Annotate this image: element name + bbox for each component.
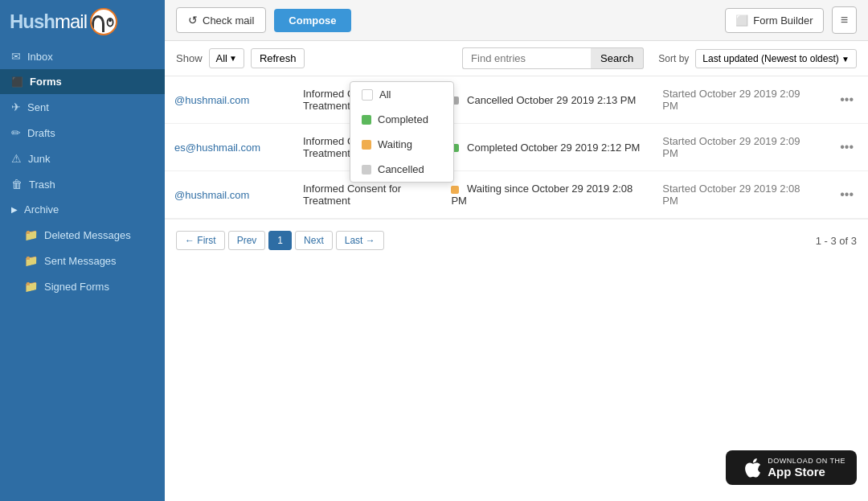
sidebar-label-signed-forms: Signed Forms	[44, 281, 109, 293]
next-page-label: Next	[304, 235, 324, 246]
hushmail-icon	[104, 14, 116, 30]
inbox-icon: ✉	[11, 50, 21, 63]
sort-chevron: ▼	[841, 55, 850, 64]
first-page-label: ← First	[185, 235, 216, 246]
status-detail: Completed October 29 2019 2:12 PM	[467, 142, 640, 154]
dropdown-waiting[interactable]: Waiting	[350, 132, 453, 157]
first-page-button[interactable]: ← First	[176, 231, 225, 250]
row-more-button[interactable]: •••	[835, 91, 858, 109]
completed-dot	[362, 115, 371, 125]
sidebar-label-inbox: Inbox	[27, 51, 53, 63]
refresh-icon: ↺	[188, 14, 198, 27]
table-body: @hushmail.com Informed Consent for Treat…	[165, 76, 868, 219]
cell-started: Started October 29 2019 2:09 PM	[653, 76, 825, 124]
show-label: Show	[176, 52, 203, 64]
apple-logo	[743, 458, 761, 478]
cancelled-dot	[362, 165, 371, 175]
table-row: @hushmail.com Informed Consent for Treat…	[165, 76, 868, 124]
all-checkbox[interactable]	[362, 89, 373, 101]
form-builder-button[interactable]: ⬜ Form Builder	[725, 8, 823, 33]
sidebar-label-drafts: Drafts	[27, 127, 55, 139]
page-info: 1 - 3 of 3	[816, 235, 857, 247]
sidebar-item-archive[interactable]: ▶ Archive	[0, 197, 165, 222]
cell-actions: •••	[825, 171, 868, 219]
table-row: es@hushmail.com Informed Consent for Tre…	[165, 124, 868, 171]
cell-started: Started October 29 2019 2:08 PM	[653, 171, 825, 219]
hamburger-button[interactable]: ≡	[832, 6, 857, 34]
sidebar-label-junk: Junk	[28, 153, 50, 165]
sort-button[interactable]: Last updated (Newest to oldest) ▼	[695, 49, 857, 68]
last-page-label: Last →	[345, 235, 375, 246]
appstore-badge[interactable]: Download on the App Store	[726, 450, 857, 485]
sidebar-label-sent-messages: Sent Messages	[44, 255, 117, 267]
cell-email: es@hushmail.com	[165, 124, 293, 171]
dropdown-all[interactable]: All	[350, 82, 453, 107]
topbar: ↺ Check mail Compose ⬜ Form Builder ≡	[165, 0, 868, 41]
dropdown-completed-label: Completed	[378, 113, 428, 125]
show-filter-value: All	[216, 52, 227, 64]
search-container: Search	[462, 47, 644, 69]
forms-table: @hushmail.com Informed Consent for Treat…	[165, 76, 868, 219]
check-mail-button[interactable]: ↺ Check mail	[176, 7, 266, 33]
dropdown-all-label: All	[379, 88, 391, 101]
dropdown-completed[interactable]: Completed	[350, 107, 453, 132]
compose-label: Compose	[289, 14, 336, 27]
show-filter-button[interactable]: All ▼	[209, 48, 244, 68]
sidebar-label-trash: Trash	[29, 179, 55, 191]
logo-icon	[90, 8, 117, 35]
search-label: Search	[600, 52, 633, 64]
toolbar: Show All ▼ Refresh Search Sort by Last u…	[165, 41, 868, 76]
sidebar-item-trash[interactable]: 🗑 Trash	[0, 171, 165, 197]
sidebar-item-signed-forms[interactable]: 📁 Signed Forms	[0, 273, 165, 299]
dropdown-cancelled-label: Cancelled	[378, 163, 424, 175]
find-input[interactable]	[462, 47, 591, 69]
show-dropdown: All Completed Waiting Cancelled	[350, 81, 454, 183]
cell-status: Completed October 29 2019 2:12 PM	[441, 124, 653, 171]
check-mail-label: Check mail	[203, 14, 254, 27]
sidebar-item-sent[interactable]: ✈ Sent	[0, 94, 165, 120]
forms-icon: ⬛	[11, 76, 23, 88]
cell-email: @hushmail.com	[165, 76, 293, 124]
next-page-button[interactable]: Next	[295, 231, 333, 250]
cell-started: Started October 29 2019 2:09 PM	[653, 124, 825, 171]
sidebar-item-forms[interactable]: ⬛ Forms	[0, 69, 165, 94]
sidebar-label-forms: Forms	[30, 76, 62, 88]
prev-page-button[interactable]: Prev	[228, 231, 266, 250]
junk-icon: ⚠	[11, 152, 22, 165]
prev-page-label: Prev	[237, 235, 257, 246]
dropdown-cancelled[interactable]: Cancelled	[350, 157, 453, 182]
appstore-small-text: Download on the	[768, 457, 845, 465]
sort-label: Sort by	[658, 53, 689, 64]
signed-forms-icon: 📁	[24, 280, 38, 293]
main-area: ↺ Check mail Compose ⬜ Form Builder ≡ Sh…	[165, 0, 868, 501]
sidebar-item-drafts[interactable]: ✏ Drafts	[0, 120, 165, 146]
cell-email: @hushmail.com	[165, 171, 293, 219]
row-more-button[interactable]: •••	[835, 138, 858, 156]
current-page-label: 1	[277, 235, 283, 246]
cell-actions: •••	[825, 124, 868, 171]
sidebar-item-junk[interactable]: ⚠ Junk	[0, 146, 165, 171]
pagination: ← First Prev 1 Next Last → 1 - 3 of 3	[165, 219, 868, 261]
sidebar-label-archive: Archive	[24, 203, 59, 216]
status-detail: Cancelled October 29 2019 2:13 PM	[467, 94, 636, 106]
cell-actions: •••	[825, 76, 868, 124]
refresh-button[interactable]: Refresh	[251, 48, 305, 68]
status-dot	[451, 186, 459, 194]
table-row: @hushmail.com Informed Consent for Treat…	[165, 171, 868, 219]
sidebar: Hushmail ✉ Inbox ⬛ Forms ✈ Sent ✏ Drafts…	[0, 0, 165, 501]
refresh-label: Refresh	[260, 52, 297, 64]
sidebar-label-deleted: Deleted Messages	[44, 229, 131, 241]
status-detail: Waiting since October 29 2019 2:08 PM	[451, 183, 633, 207]
search-button[interactable]: Search	[591, 47, 644, 69]
last-page-button[interactable]: Last →	[336, 231, 384, 250]
compose-button[interactable]: Compose	[274, 9, 350, 32]
sidebar-item-inbox[interactable]: ✉ Inbox	[0, 43, 165, 69]
sent-messages-icon: 📁	[24, 254, 38, 267]
sidebar-item-deleted-messages[interactable]: 📁 Deleted Messages	[0, 222, 165, 248]
sidebar-item-sent-messages[interactable]: 📁 Sent Messages	[0, 248, 165, 273]
current-page-button[interactable]: 1	[268, 231, 292, 250]
trash-icon: 🗑	[11, 178, 23, 191]
deleted-messages-icon: 📁	[24, 228, 38, 241]
row-more-button[interactable]: •••	[835, 186, 858, 203]
logo-text: Hushmail	[10, 10, 87, 33]
